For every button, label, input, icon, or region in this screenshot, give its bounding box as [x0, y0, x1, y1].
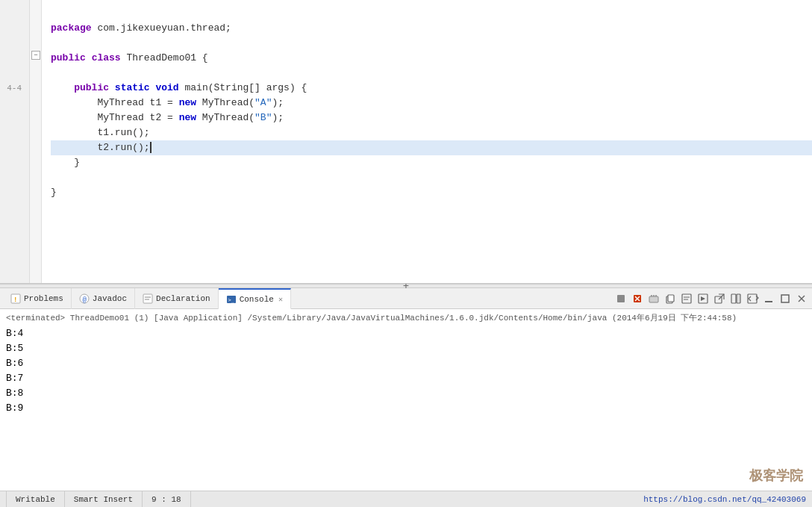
svg-rect-20	[682, 294, 691, 303]
code-line	[51, 6, 812, 21]
svg-rect-30	[781, 295, 789, 302]
code-line: public static void main(String[] args) {	[51, 81, 812, 96]
svg-rect-13	[649, 296, 658, 302]
line-numbers: 4-4	[0, 0, 30, 283]
copy2-icon	[681, 293, 692, 304]
code-line: }	[51, 185, 812, 200]
tab-console-close[interactable]: ✕	[278, 295, 283, 304]
console-output-line-4: B:7	[6, 371, 806, 386]
close-button[interactable]	[794, 291, 809, 306]
close-icon	[796, 293, 807, 304]
svg-rect-26	[731, 294, 736, 303]
console-output-line-3: B:6	[6, 356, 806, 371]
collapse-gutter: −	[30, 0, 42, 283]
position-label: 9 : 18	[152, 495, 181, 504]
svg-text:!: !	[13, 296, 17, 304]
code-line	[51, 170, 812, 185]
minimize-icon	[763, 293, 774, 304]
tab-console[interactable]: >_ Console ✕	[219, 288, 291, 309]
code-body[interactable]: package com.jikexueyuan.thread; public c…	[42, 0, 812, 283]
svg-rect-9	[617, 295, 625, 302]
tab-toolbar	[613, 291, 809, 306]
smart-insert-status: Smart Insert	[65, 491, 143, 507]
javadoc-icon: @	[79, 293, 90, 304]
code-line: MyThread t2 = new MyThread("B");	[51, 111, 812, 125]
tab-javadoc[interactable]: @ Javadoc	[72, 288, 135, 309]
svg-rect-27	[737, 294, 740, 303]
problems-icon: !	[10, 293, 21, 304]
open-external-icon	[714, 293, 725, 304]
svg-text:>_: >_	[228, 297, 234, 303]
position-status: 9 : 18	[143, 491, 191, 507]
tab-problems-label: Problems	[24, 294, 63, 303]
smart-insert-label: Smart Insert	[74, 495, 133, 504]
tab-declaration-label: Declaration	[156, 294, 210, 303]
stop-red-icon	[632, 293, 643, 304]
minimize-button[interactable]	[761, 291, 776, 306]
console-output-line-2: B:5	[6, 341, 806, 356]
writable-status: Writable	[6, 491, 65, 507]
dropdown-arrow-icon	[755, 293, 760, 301]
tab-problems[interactable]: ! Problems	[3, 288, 72, 309]
copy3-button[interactable]	[696, 291, 710, 306]
clear-icon	[649, 293, 659, 304]
console-output-line-6: B:9	[6, 401, 806, 416]
tab-bar: ! Problems @ Javadoc Declaration >_	[0, 288, 812, 309]
svg-rect-19	[668, 295, 674, 302]
console-output-line-5: B:8	[6, 386, 806, 401]
collapse-icon[interactable]: −	[31, 51, 40, 60]
copy1-icon	[665, 293, 675, 304]
stop-red-button[interactable]	[630, 291, 645, 306]
display2-button[interactable]	[745, 291, 760, 306]
code-line: }	[51, 155, 812, 170]
status-bar: Writable Smart Insert 9 : 18 https://blo…	[0, 491, 812, 507]
copy3-icon	[698, 293, 708, 304]
stop-gray-button[interactable]	[613, 291, 628, 306]
code-line	[51, 200, 812, 215]
maximize-icon	[780, 293, 790, 304]
svg-text:@: @	[82, 296, 87, 304]
stop-gray-icon	[616, 293, 626, 304]
code-line: t1.run();	[51, 125, 812, 140]
code-line: public class ThreadDemo01 {	[51, 51, 812, 66]
display1-button[interactable]	[728, 291, 743, 306]
copy2-button[interactable]	[679, 291, 694, 306]
copy1-button[interactable]	[663, 291, 678, 306]
clear-button[interactable]	[646, 291, 661, 306]
tab-declaration[interactable]: Declaration	[135, 288, 219, 309]
open-external-button[interactable]	[712, 291, 727, 306]
code-line: MyThread t1 = new MyThread("A");	[51, 96, 812, 111]
bottom-panel: ! Problems @ Javadoc Declaration >_	[0, 288, 812, 507]
code-line: package com.jikexueyuan.thread;	[51, 21, 812, 36]
tab-javadoc-label: Javadoc	[93, 294, 127, 303]
maximize-button[interactable]	[778, 291, 793, 306]
url-label[interactable]: https://blog.csdn.net/qq_42403069	[643, 495, 806, 504]
code-line	[51, 66, 812, 81]
console-header: <terminated> ThreadDemo01 (1) [Java Appl…	[6, 312, 806, 323]
console-content[interactable]: <terminated> ThreadDemo01 (1) [Java Appl…	[0, 309, 812, 491]
tab-console-label: Console	[240, 295, 274, 304]
code-line	[51, 36, 812, 51]
console-wrapper: <terminated> ThreadDemo01 (1) [Java Appl…	[0, 309, 812, 491]
display1-icon	[731, 293, 741, 304]
code-line-highlighted: t2.run();	[51, 140, 812, 155]
code-line	[51, 215, 812, 230]
declaration-icon	[143, 293, 153, 304]
writable-label: Writable	[16, 495, 55, 504]
console-output-line-1: B:4	[6, 326, 806, 341]
code-editor: 4-4 − package com.jikexueyuan.thread; pu…	[0, 0, 812, 284]
console-icon: >_	[226, 294, 237, 305]
svg-rect-4	[143, 294, 152, 303]
